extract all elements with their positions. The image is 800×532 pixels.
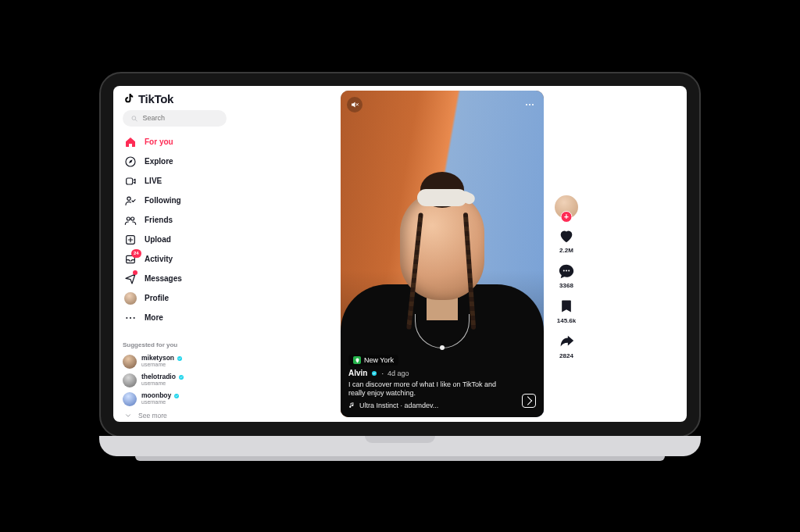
home-icon xyxy=(124,136,137,148)
suggested-account[interactable]: miketyson username xyxy=(123,352,227,371)
nav-profile[interactable]: Profile xyxy=(123,289,227,308)
nav-friends[interactable]: Friends xyxy=(123,211,227,230)
user-check-icon xyxy=(124,195,137,207)
nav-label: Profile xyxy=(145,294,169,302)
creator-avatar-follow[interactable] xyxy=(555,195,578,219)
brand-logo[interactable]: TikTok xyxy=(123,92,227,105)
nav-label: More xyxy=(145,313,163,322)
heart-icon xyxy=(557,227,576,245)
svg-point-21 xyxy=(568,270,570,271)
svg-point-4 xyxy=(127,197,130,200)
laptop-base xyxy=(99,436,701,456)
live-icon xyxy=(124,175,137,187)
suggested-section: Suggested for you miketyson username xyxy=(123,341,227,422)
see-more-label: See more xyxy=(138,412,167,420)
comment-count: 3368 xyxy=(559,282,573,289)
svg-line-1 xyxy=(135,120,137,121)
feed: New York Alvin · 4d ago I can discover m… xyxy=(232,86,687,422)
nav-for-you[interactable]: For you xyxy=(123,133,227,152)
nav-upload[interactable]: Upload xyxy=(123,230,227,249)
tiktok-note-icon xyxy=(123,92,135,105)
laptop-foot xyxy=(135,456,665,461)
bookmark-icon xyxy=(557,297,576,316)
nav-activity[interactable]: 24 Activity xyxy=(123,250,227,269)
like-count: 2.2M xyxy=(559,247,573,254)
nav-messages[interactable]: Messages xyxy=(123,270,227,288)
search-input[interactable] xyxy=(142,114,219,122)
author-name: Alvin xyxy=(348,369,367,377)
svg-point-0 xyxy=(132,116,136,120)
see-more-button[interactable]: See more xyxy=(123,409,227,422)
suggested-account[interactable]: thelotradio username xyxy=(123,371,227,390)
suggested-name: moonboy xyxy=(141,392,171,399)
svg-point-20 xyxy=(566,270,567,271)
nav-explore[interactable]: Explore xyxy=(123,152,227,171)
svg-rect-3 xyxy=(127,178,133,184)
suggested-sub: username xyxy=(141,380,184,387)
search-box[interactable] xyxy=(123,110,227,127)
comment-icon xyxy=(557,262,576,280)
share-icon xyxy=(557,332,576,351)
svg-point-16 xyxy=(529,103,530,105)
chevron-down-icon xyxy=(124,412,132,420)
location-text: New York xyxy=(364,356,394,364)
avatar-icon xyxy=(123,392,137,406)
nav-label: LIVE xyxy=(145,177,162,185)
volume-off-icon xyxy=(350,100,359,109)
sidebar: TikTok For you xyxy=(113,86,232,422)
suggested-account[interactable]: moonboy username xyxy=(123,390,227,409)
avatar-icon xyxy=(124,292,137,305)
nav-label: Messages xyxy=(145,274,182,283)
suggested-sub: username xyxy=(141,362,183,368)
like-button[interactable]: 2.2M xyxy=(557,227,576,254)
video-player[interactable]: New York Alvin · 4d ago I can discover m… xyxy=(341,91,544,417)
svg-point-10 xyxy=(130,316,131,318)
primary-nav: For you Explore LIVE xyxy=(123,133,227,327)
save-button[interactable]: 145.6k xyxy=(557,297,576,324)
nav-following[interactable]: Following xyxy=(123,191,227,210)
activity-badge: 24 xyxy=(131,249,141,258)
svg-point-19 xyxy=(563,270,565,271)
action-rail: 2.2M 3368 145.6k xyxy=(555,91,578,417)
avatar-icon xyxy=(123,355,137,369)
more-dots-icon xyxy=(523,98,536,111)
svg-point-5 xyxy=(127,217,130,220)
mute-button[interactable] xyxy=(347,97,362,112)
verified-icon xyxy=(178,374,184,380)
save-count: 145.6k xyxy=(557,317,576,324)
music-note-icon xyxy=(348,402,355,409)
avatar-icon xyxy=(123,373,137,387)
nav-label: Activity xyxy=(145,255,173,263)
nav-label: Explore xyxy=(145,157,173,166)
share-button[interactable]: 2824 xyxy=(557,332,576,359)
fullscreen-button[interactable] xyxy=(522,394,536,408)
messages-dot xyxy=(133,270,138,275)
more-dots-icon xyxy=(124,312,137,324)
laptop-frame: TikTok For you xyxy=(99,72,701,461)
dot-separator: · xyxy=(381,370,384,377)
verified-icon xyxy=(371,370,377,377)
comment-button[interactable]: 3368 xyxy=(557,262,576,289)
verified-icon xyxy=(177,355,183,362)
post-time: 4d ago xyxy=(388,370,409,377)
sound-row[interactable]: Ultra Instinct · adamdev... xyxy=(348,402,516,409)
nav-more[interactable]: More xyxy=(123,309,227,327)
nav-label: Friends xyxy=(145,216,173,224)
video-caption: I can discover more of what I like on Ti… xyxy=(348,380,512,398)
svg-point-17 xyxy=(532,103,534,105)
video-more-button[interactable] xyxy=(522,97,538,112)
search-icon xyxy=(130,114,138,123)
app-screen: TikTok For you xyxy=(113,86,687,422)
upload-icon xyxy=(124,234,137,246)
suggested-title: Suggested for you xyxy=(123,341,227,348)
location-pill[interactable]: New York xyxy=(348,355,398,366)
verified-icon xyxy=(173,393,180,399)
nav-label: For you xyxy=(145,137,173,146)
suggested-name: miketyson xyxy=(141,355,174,362)
nav-live[interactable]: LIVE xyxy=(123,172,227,191)
svg-point-6 xyxy=(131,217,134,220)
compass-icon xyxy=(124,155,137,168)
author-row[interactable]: Alvin · 4d ago xyxy=(348,369,516,377)
svg-point-11 xyxy=(134,316,135,318)
share-count: 2824 xyxy=(559,352,573,359)
